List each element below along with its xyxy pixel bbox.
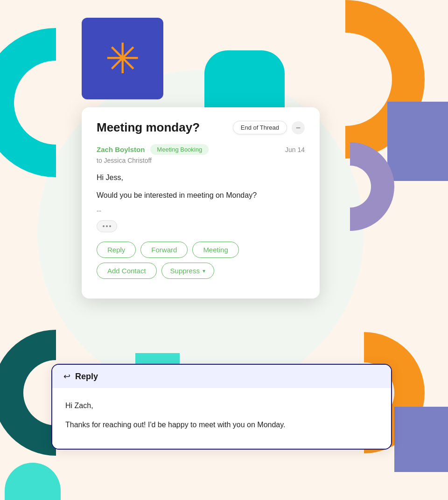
reply-title: Reply	[75, 372, 98, 382]
email-card: Meeting monday? End of Thread − Zach Boy…	[82, 107, 320, 299]
asterisk-icon: ✳	[105, 38, 140, 80]
email-dash: --	[97, 207, 305, 215]
reply-arrow-icon: ↩	[63, 371, 70, 382]
dot1	[103, 225, 105, 227]
reply-text: Hi Zach, Thanks for reaching out! I'd be…	[65, 399, 378, 431]
purple-rect-tr	[387, 102, 448, 181]
add-contact-button[interactable]: Add Contact	[97, 263, 157, 279]
meeting-button[interactable]: Meeting	[192, 242, 238, 258]
reply-button[interactable]: Reply	[97, 242, 136, 258]
reply-line1: Hi Zach,	[65, 399, 378, 412]
email-date: Jun 14	[285, 146, 305, 153]
suppress-button[interactable]: Suppress ▾	[161, 263, 214, 279]
purple-c-mr-shape	[322, 135, 425, 238]
orange-c-topright-shape	[308, 0, 448, 168]
purple-rect-br	[394, 407, 448, 472]
reply-header: ↩ Reply	[52, 365, 391, 388]
action-buttons-row-2: Add Contact Suppress ▾	[97, 263, 305, 279]
suppress-label: Suppress	[170, 267, 200, 275]
reply-body: Hi Zach, Thanks for reaching out! I'd be…	[52, 388, 391, 449]
email-card-header: Meeting monday? End of Thread −	[97, 120, 305, 135]
end-of-thread-badge: End of Thread	[233, 121, 287, 134]
email-body-line2: Would you be interested in meeting on Mo…	[97, 189, 305, 201]
email-title: Meeting monday?	[97, 120, 200, 135]
email-body-line1: Hi Jess,	[97, 172, 305, 184]
collapse-button[interactable]: −	[292, 121, 305, 134]
header-right: End of Thread −	[233, 121, 305, 134]
teal-arch-bl	[5, 463, 61, 500]
blue-square: ✳	[82, 18, 163, 99]
sender-row: Zach Boylston Meeting Booking Jun 14	[97, 144, 305, 155]
action-buttons-row-1: Reply Forward Meeting	[97, 242, 305, 258]
email-body: Hi Jess, Would you be interested in meet…	[97, 172, 305, 201]
chevron-down-icon: ▾	[203, 268, 205, 274]
meeting-booking-tag[interactable]: Meeting Booking	[150, 144, 209, 155]
sender-name: Zach Boylston	[97, 146, 145, 153]
reply-line2: Thanks for reaching out! I'd be happy to…	[65, 418, 378, 431]
forward-button[interactable]: Forward	[140, 242, 188, 258]
email-to: to Jessica Christoff	[97, 157, 305, 164]
dot2	[106, 225, 108, 227]
dot3	[109, 225, 111, 227]
more-button[interactable]	[97, 220, 117, 232]
reply-card: ↩ Reply Hi Zach, Thanks for reaching out…	[51, 364, 392, 450]
